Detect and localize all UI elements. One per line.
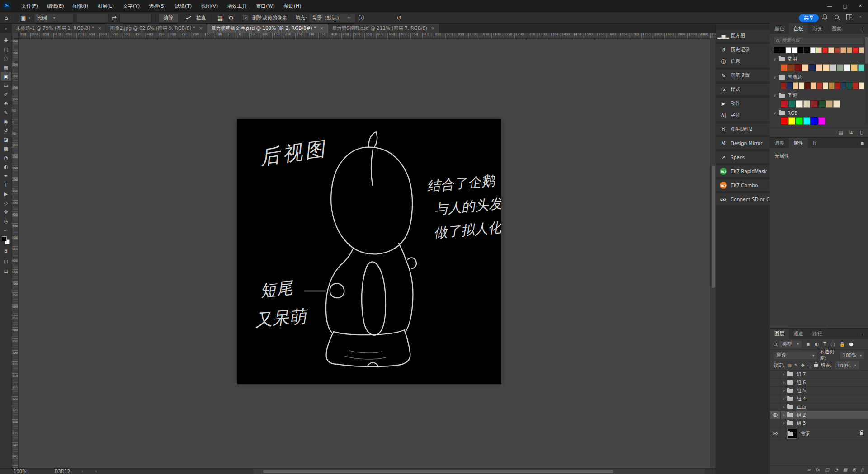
menu-item[interactable]: 选择(S)	[145, 1, 170, 11]
tab-close-icon[interactable]: ×	[320, 26, 323, 31]
color-swatch[interactable]	[811, 117, 818, 125]
tab-color[interactable]: 颜色	[770, 23, 789, 34]
maximize-button[interactable]: ▢	[837, 0, 853, 12]
toolbar-mode-button[interactable]: ◘	[1, 248, 11, 255]
search-icon[interactable]	[834, 14, 840, 22]
panel-menu-icon[interactable]: ≡	[860, 141, 864, 148]
fill-dropdown[interactable]: 背景（默认）▾	[309, 14, 356, 22]
color-swatch[interactable]	[774, 47, 779, 53]
color-swatch[interactable]	[823, 82, 828, 89]
collapse-chevron-icon[interactable]: ⌃	[859, 16, 862, 20]
visibility-eye-toggle[interactable]	[770, 371, 781, 378]
rail-panel-button[interactable]: M Design Mirror	[716, 137, 770, 149]
color-swatch[interactable]	[796, 100, 803, 108]
edit-toolbar-more-icon[interactable]: ⋯	[4, 228, 8, 233]
tool-button[interactable]: ◎	[1, 217, 11, 225]
color-swatch[interactable]	[847, 82, 852, 89]
menu-item[interactable]: 编辑(E)	[43, 1, 68, 11]
vertical-scrollbar[interactable]	[710, 39, 716, 468]
tab-paths[interactable]: 路径	[808, 329, 827, 339]
color-swatch[interactable]	[835, 82, 840, 89]
reset-icon[interactable]: ↺	[394, 14, 405, 21]
color-swatch[interactable]	[844, 64, 851, 71]
tool-button[interactable]: ◇	[1, 199, 11, 207]
color-swatch[interactable]	[859, 47, 864, 53]
expand-group-arrow[interactable]: ›	[781, 388, 787, 393]
new-group-folder-icon[interactable]: ▤	[838, 129, 843, 135]
visibility-eye-toggle[interactable]	[770, 395, 781, 403]
color-swatch[interactable]	[787, 82, 792, 89]
lock-artboard-icon[interactable]: ▭	[807, 363, 811, 368]
home-icon[interactable]: ⌂	[2, 14, 11, 21]
color-swatch[interactable]	[816, 47, 821, 53]
expand-group-arrow[interactable]: ›	[781, 380, 787, 385]
lock-pixels-icon[interactable]: ✎	[794, 363, 798, 368]
color-swatch[interactable]	[781, 64, 788, 71]
color-swatch[interactable]	[853, 47, 858, 53]
color-swatch[interactable]	[799, 82, 804, 89]
document-tab[interactable]: 图像2.jpg @ 62.6% (图层 9, RGB/8) * ×	[106, 24, 207, 33]
document-tab[interactable]: 未标题-1 @ 79% (图层 1, RGB/8) * ×	[12, 24, 106, 33]
layers-action-icon[interactable]: ▦	[843, 467, 847, 472]
tool-button[interactable]: ▦	[1, 63, 11, 72]
tool-button[interactable]: ✒	[1, 172, 11, 180]
opacity-dropdown[interactable]: 100%▾	[840, 352, 864, 359]
rail-panel-button[interactable]: ✎ 画笔设置	[716, 70, 770, 81]
color-swatch[interactable]	[818, 100, 826, 108]
color-swatch[interactable]	[816, 64, 823, 71]
color-swatch[interactable]	[803, 117, 811, 125]
rail-panel-button[interactable]: ↗ Specs	[716, 151, 770, 163]
ruler-origin-corner[interactable]	[12, 33, 19, 39]
layers-action-icon[interactable]: ∞	[807, 467, 811, 472]
tool-button[interactable]: ↺	[1, 127, 11, 135]
document-tab[interactable]: 暴力熊6视图.psd @ 211% (图层 7, RGB/8) ×	[328, 24, 439, 33]
color-swatch[interactable]	[818, 117, 826, 125]
crop-width-field[interactable]	[76, 14, 109, 22]
layer-row[interactable]: › 正面	[770, 403, 868, 411]
delete-cropped-pixels-checkbox[interactable]: ✓	[243, 15, 248, 20]
color-swatch[interactable]	[804, 47, 809, 53]
tool-button[interactable]: ◌	[1, 54, 11, 63]
minimize-button[interactable]: —	[822, 0, 837, 12]
tab-close-icon[interactable]: ×	[98, 26, 101, 31]
vertical-scrollbar-thumb[interactable]	[712, 166, 715, 288]
color-swatch[interactable]	[826, 100, 833, 108]
layers-action-icon[interactable]: ◱	[825, 467, 829, 472]
tool-button[interactable]: ▩	[1, 145, 11, 153]
group-collapse-caret[interactable]: ∨	[774, 75, 776, 80]
layer-row[interactable]: › 组 6	[770, 379, 868, 387]
zoom-level[interactable]: 100%	[14, 469, 27, 474]
new-swatch-icon[interactable]: ⊞	[849, 129, 854, 135]
menu-item[interactable]: 文字(Y)	[119, 1, 144, 11]
rail-panel-button[interactable]: ▂▅▂ 直方图	[716, 30, 770, 42]
expand-group-arrow[interactable]: ›	[781, 421, 787, 426]
layer-row[interactable]: › 组 2	[770, 411, 868, 419]
clear-button[interactable]: 清除	[159, 14, 179, 22]
status-arrow-right-icon[interactable]: ›	[82, 469, 84, 474]
horizontal-scrollbar[interactable]	[253, 469, 705, 474]
tool-button[interactable]: T	[1, 181, 11, 189]
tab-libraries[interactable]: 库	[808, 138, 822, 148]
share-button[interactable]: 共享	[799, 14, 819, 22]
rail-panel-button[interactable]: TK7 TK7 Combo	[716, 179, 770, 191]
toolbar-mode-button[interactable]: ▢	[1, 258, 11, 265]
color-swatch[interactable]	[829, 82, 834, 89]
tab-properties[interactable]: 属性	[789, 138, 808, 148]
tool-button[interactable]: ✚	[1, 36, 11, 45]
color-swatch[interactable]	[853, 82, 858, 89]
swatch-group-guochao[interactable]: ∨ 国潮龙	[770, 72, 868, 81]
menu-item[interactable]: 文件(F)	[17, 1, 42, 11]
color-swatch[interactable]	[833, 100, 840, 108]
straighten-label[interactable]: 拉直	[196, 14, 206, 21]
color-swatch[interactable]	[841, 82, 846, 89]
menu-item[interactable]: 滤镜(T)	[171, 1, 196, 11]
lock-position-icon[interactable]: ✥	[801, 363, 804, 368]
filter-smart-object-icon[interactable]: 🔒	[840, 342, 845, 347]
color-swatch[interactable]	[811, 82, 816, 89]
color-swatch[interactable]	[858, 64, 865, 71]
foreground-background-colors[interactable]	[1, 236, 10, 245]
color-swatch[interactable]	[803, 100, 811, 108]
color-swatch[interactable]	[805, 82, 810, 89]
overlay-grid-icon[interactable]: ▦	[215, 14, 226, 21]
visibility-eye-toggle[interactable]	[770, 411, 781, 419]
